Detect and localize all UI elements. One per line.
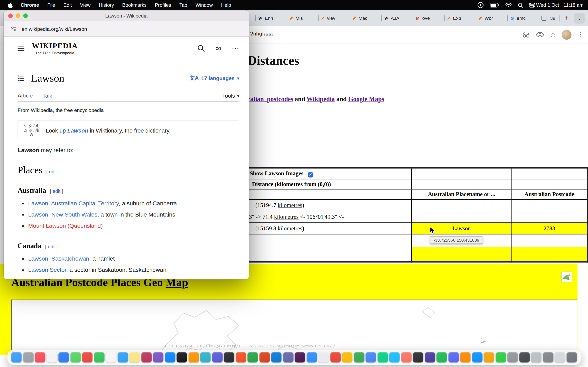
contents-list-icon[interactable] [17,75,24,81]
new-tab-button[interactable]: + [563,14,570,22]
dock-icon[interactable] [82,352,93,363]
dock-icon[interactable] [554,352,565,363]
playback-icon[interactable] [477,2,484,8]
menu-item-bookmarks[interactable]: Bookmarks [118,2,151,8]
geo-map-canvas[interactable]: 14:43 15511256.0.0 0:00 24-0 http/1.1 05… [11,300,577,355]
browser-tab[interactable]: Gemc [508,10,539,26]
edit-link[interactable]: edit [48,244,56,250]
dock-icon[interactable] [531,352,541,363]
dock-icon[interactable] [318,352,329,363]
dock-icon[interactable] [460,352,470,363]
dock-icon[interactable] [271,352,281,363]
dock-icon[interactable] [153,352,163,363]
lawson-act-link[interactable]: Lawson, Australian Capital Territory [28,200,119,206]
menu-item-profiles[interactable]: Profiles [151,2,175,8]
map-edit-icon[interactable] [562,272,572,282]
dock-icon[interactable] [413,352,423,363]
control-center-icon[interactable] [529,3,535,8]
minimize-window-button[interactable] [16,13,20,18]
close-window-button[interactable] [8,13,13,18]
dock-icon[interactable] [70,352,81,363]
dock-icon[interactable] [247,352,258,363]
browser-tab[interactable]: WAJA [382,10,413,26]
browser-tab[interactable]: viev [319,10,350,26]
lawson-nsw-link[interactable]: Lawson, New South Wales [28,211,97,217]
dock-icon[interactable] [519,352,529,363]
incognito-icon[interactable] [522,32,530,38]
browser-tab[interactable]: Move [413,10,444,26]
menu-item-view[interactable]: View [76,2,95,8]
battery-icon[interactable] [490,3,499,7]
hamburger-menu-icon[interactable] [17,46,24,51]
spotlight-icon[interactable] [518,2,523,8]
browser-tab[interactable]: WEnn [256,10,287,26]
dock-icon[interactable] [165,352,175,363]
dock-icon[interactable] [566,352,577,363]
dock-icon[interactable] [365,352,376,363]
dock-icon[interactable] [177,352,187,363]
browser-tab[interactable]: Exp [445,10,476,26]
dock-icon[interactable] [425,352,435,363]
google-maps-link[interactable]: Google Maps [348,95,384,103]
dock-icon[interactable] [354,352,364,363]
lawson-sask-link[interactable]: Lawson, Saskatchewan [28,256,89,262]
preview-eye-icon[interactable] [536,32,544,38]
tab-group-icon[interactable] [541,16,546,21]
dock-icon[interactable] [377,352,388,363]
menu-item-file[interactable]: File [43,2,59,8]
dock-icon[interactable] [47,352,57,363]
edit-link[interactable]: edit [53,188,61,194]
dock-icon[interactable] [23,352,33,363]
zoom-window-button[interactable] [23,13,28,18]
profile-avatar[interactable] [562,30,571,40]
dock-icon[interactable] [495,352,506,363]
wikipedia-logo[interactable]: WIKIPEDIA The Free Encyclopedia [32,42,78,55]
menu-item-tab[interactable]: Tab [175,2,191,8]
dock-icon[interactable] [117,352,128,363]
apple-menu-icon[interactable] [8,2,13,8]
menubar-date[interactable]: Wed 1 Oct [536,2,559,8]
show-images-checkbox[interactable]: ✓ [308,172,313,177]
menu-item-window[interactable]: Window [191,2,217,8]
browser-tab[interactable]: Mis [287,10,318,26]
dock-icon[interactable] [129,352,140,363]
edit-link[interactable]: edit [49,169,57,175]
browser-tab[interactable]: Mac [350,10,381,26]
lawson-sector-link[interactable]: Lawson Sector [28,267,66,273]
dock-icon[interactable] [436,352,447,363]
more-options-icon[interactable]: ⋯ [232,45,239,52]
dock-icon[interactable] [200,352,210,363]
dock-icon[interactable] [188,352,199,363]
site-settings-icon[interactable] [10,26,16,32]
dock-icon[interactable] [141,352,151,363]
tools-menu[interactable]: Tools ▾ [222,93,239,101]
bookmark-star-icon[interactable]: ☆ [550,30,556,39]
popup-title-bar[interactable]: Lawson - Wikipedia [4,10,249,21]
dock-icon[interactable] [295,352,305,363]
tab-count[interactable]: 39 [550,16,555,21]
tab-search-chevron[interactable]: ⌄ [574,13,585,23]
mount-lawson-link[interactable]: Mount Lawson (Queensland) [28,222,103,229]
kilometres-link[interactable]: kilometres [278,225,302,231]
kilometres-link[interactable]: kilometres [278,202,302,208]
lawson-postcode-cell[interactable]: 2783 [512,223,588,234]
dock-icon[interactable] [306,352,317,363]
dock-icon[interactable] [105,352,116,363]
dock-icon[interactable] [401,352,411,363]
dock-icon[interactable] [342,352,352,363]
dock-icon[interactable] [11,352,22,363]
lawson-place-cell[interactable]: Lawson [412,223,512,234]
dock-icon[interactable] [35,352,45,363]
dock-icon[interactable] [58,352,69,363]
dock-icon[interactable] [543,352,553,363]
dock-icon[interactable] [448,352,458,363]
menu-item-help[interactable]: Help [217,2,235,8]
dock-icon[interactable] [283,352,293,363]
dock-icon[interactable] [259,352,270,363]
menu-kebab-icon[interactable]: ⋮ [577,31,584,39]
menu-item-chrome[interactable]: Chrome [17,2,43,8]
languages-button[interactable]: 文A 17 languages ▾ [190,75,239,82]
popup-url[interactable]: en.wikipedia.org/wiki/Lawson [22,26,87,32]
infinity-icon[interactable]: ∞ [215,44,221,52]
dock-icon[interactable] [507,352,518,363]
